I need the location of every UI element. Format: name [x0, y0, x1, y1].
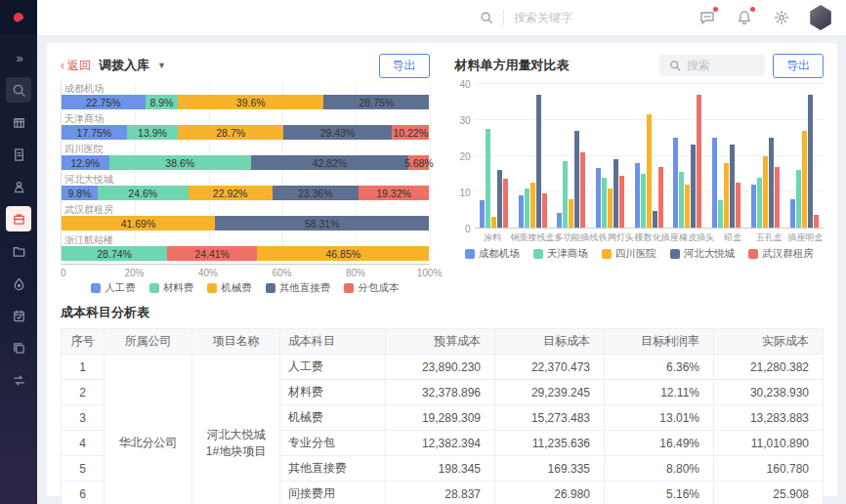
- bar-segment[interactable]: 41.69%: [62, 216, 215, 231]
- bar-segment[interactable]: 12.9%: [62, 155, 109, 170]
- legend-item[interactable]: 武汉群租房: [748, 247, 814, 261]
- bar-segment[interactable]: 24.41%: [167, 246, 257, 261]
- export-button-right[interactable]: 导出: [773, 54, 824, 78]
- sidebar-schedule-book-icon[interactable]: [6, 303, 31, 328]
- bar-segment[interactable]: 19.32%: [359, 186, 430, 200]
- chart-search-input[interactable]: [687, 59, 755, 72]
- bar-segment[interactable]: 24.6%: [98, 186, 189, 200]
- bar[interactable]: [491, 217, 496, 228]
- bar-segment[interactable]: 22.92%: [189, 186, 273, 200]
- bar-segment[interactable]: 23.36%: [273, 186, 359, 200]
- legend-item[interactable]: 天津商场: [533, 247, 588, 261]
- bell-icon[interactable]: [735, 8, 754, 27]
- bar[interactable]: [673, 138, 678, 228]
- bar-segment[interactable]: 58.31%: [215, 216, 430, 231]
- sidebar-project-icon-active[interactable]: [6, 206, 31, 231]
- sidebar-transfer-icon[interactable]: [6, 367, 31, 393]
- global-search-input[interactable]: [514, 11, 621, 24]
- app-logo[interactable]: [0, 0, 37, 35]
- bar[interactable]: [602, 178, 607, 228]
- sidebar-water-drop-icon[interactable]: [6, 271, 31, 296]
- bar[interactable]: [796, 170, 801, 228]
- message-icon[interactable]: [698, 8, 717, 27]
- sidebar-expand-icon[interactable]: »: [6, 45, 31, 70]
- bar[interactable]: [480, 200, 485, 228]
- bar[interactable]: [519, 195, 524, 228]
- chevron-down-icon[interactable]: ▼: [157, 61, 166, 70]
- bar[interactable]: [503, 179, 508, 228]
- bar[interactable]: [608, 189, 613, 228]
- sidebar-person-stamp-icon[interactable]: [6, 174, 31, 199]
- bar[interactable]: [718, 200, 723, 228]
- bar[interactable]: [619, 176, 624, 228]
- bar-segment[interactable]: 9.8%: [62, 186, 98, 200]
- bar[interactable]: [569, 199, 573, 228]
- bar[interactable]: [802, 131, 807, 228]
- bar[interactable]: [563, 161, 568, 228]
- bar[interactable]: [641, 174, 646, 228]
- legend-item[interactable]: 分包成本: [344, 281, 399, 295]
- bar-segment[interactable]: 28.74%: [62, 246, 167, 261]
- bar[interactable]: [635, 163, 640, 228]
- bar[interactable]: [691, 145, 696, 228]
- user-avatar[interactable]: [809, 5, 832, 30]
- chart-search[interactable]: [659, 55, 765, 76]
- bar-segment[interactable]: 13.9%: [127, 125, 178, 140]
- global-search[interactable]: [480, 10, 621, 25]
- bar[interactable]: [658, 167, 663, 228]
- bar-segment[interactable]: 39.6%: [178, 95, 323, 109]
- bar[interactable]: [712, 138, 717, 228]
- bar[interactable]: [497, 170, 502, 228]
- bar-segment[interactable]: 28.75%: [323, 95, 429, 109]
- sidebar-document-edit-icon[interactable]: [6, 142, 31, 167]
- bar[interactable]: [724, 163, 729, 228]
- sidebar-search-icon[interactable]: [6, 77, 31, 103]
- bar[interactable]: [736, 183, 740, 228]
- bar-segment[interactable]: 46.85%: [257, 246, 429, 261]
- legend-item[interactable]: 其他直接费: [266, 281, 331, 295]
- legend-item[interactable]: 机械费: [207, 281, 252, 295]
- bar[interactable]: [530, 183, 535, 228]
- bar[interactable]: [596, 168, 601, 228]
- bar-segment[interactable]: 8.9%: [146, 95, 179, 109]
- bar-segment[interactable]: 5.68%: [408, 155, 429, 170]
- left-chart-title[interactable]: 调拨入库: [99, 57, 149, 74]
- bar[interactable]: [769, 138, 774, 228]
- bar-segment[interactable]: 29.43%: [283, 125, 392, 140]
- legend-item[interactable]: 材料费: [149, 281, 194, 295]
- bar[interactable]: [757, 178, 762, 228]
- bar[interactable]: [679, 172, 684, 228]
- sidebar-copy-pages-icon[interactable]: [6, 335, 31, 360]
- bar-segment[interactable]: 38.6%: [109, 155, 251, 170]
- back-link[interactable]: ‹ 返回: [61, 58, 91, 74]
- bar[interactable]: [790, 199, 795, 228]
- bar[interactable]: [697, 95, 701, 228]
- bar-segment[interactable]: 22.75%: [62, 95, 146, 109]
- bar[interactable]: [580, 152, 585, 228]
- export-button-left[interactable]: 导出: [379, 54, 430, 78]
- bar[interactable]: [808, 95, 813, 228]
- bar[interactable]: [574, 131, 579, 228]
- bar[interactable]: [814, 215, 819, 228]
- bar[interactable]: [685, 185, 690, 228]
- gear-icon[interactable]: [772, 8, 791, 27]
- sidebar-folder-icon[interactable]: [6, 238, 31, 264]
- bar[interactable]: [653, 211, 657, 228]
- bar-segment[interactable]: 28.7%: [178, 125, 283, 140]
- sidebar-building-icon[interactable]: [6, 109, 31, 135]
- bar[interactable]: [647, 114, 652, 228]
- legend-item[interactable]: 人工费: [91, 281, 136, 295]
- legend-item[interactable]: 成都机场: [465, 247, 520, 261]
- bar[interactable]: [525, 189, 529, 228]
- bar-segment[interactable]: 17.75%: [62, 125, 127, 140]
- bar[interactable]: [751, 185, 756, 228]
- legend-item[interactable]: 四川医院: [602, 247, 656, 261]
- legend-item[interactable]: 河北大悦城: [670, 247, 736, 261]
- bar[interactable]: [486, 129, 490, 228]
- bar[interactable]: [536, 95, 541, 228]
- bar[interactable]: [557, 213, 562, 228]
- bar[interactable]: [542, 193, 547, 228]
- bar-segment[interactable]: 10.22%: [392, 125, 429, 140]
- bar[interactable]: [730, 145, 735, 228]
- bar[interactable]: [613, 159, 618, 228]
